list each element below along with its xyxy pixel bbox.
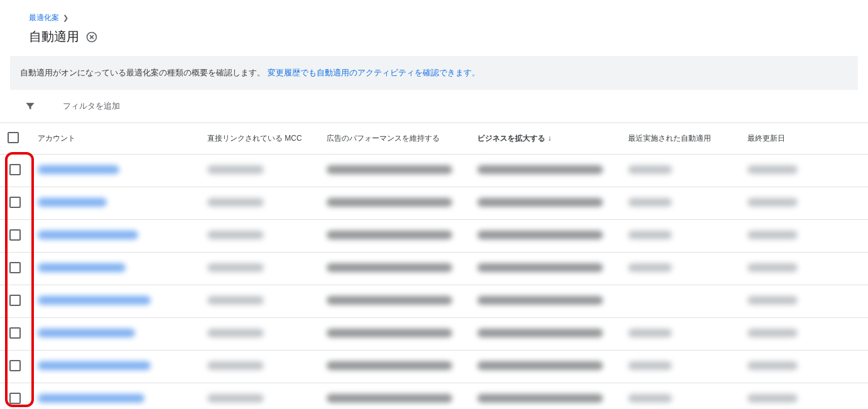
table-row [0,220,868,253]
breadcrumb: 最適化案 ❯ [29,13,853,23]
account-link[interactable] [38,361,151,370]
perf-cell [327,361,452,370]
select-all-checkbox[interactable] [8,132,19,143]
recent-cell [628,263,672,272]
updated-cell [747,231,798,239]
grow-cell [477,263,603,272]
updated-cell [747,165,798,174]
page-title: 自動適用 [29,28,79,45]
recent-cell [628,231,672,239]
perf-cell [327,329,452,337]
table-row [0,285,868,318]
table-row [0,155,868,187]
row-checkbox[interactable] [9,327,21,339]
updated-cell [747,361,798,370]
updated-cell [747,263,798,272]
header-grow[interactable]: ビジネスを拡大する↓ [470,123,621,155]
info-banner: 自動適用がオンになっている最適化案の種類の概要を確認します。 変更履歴でも自動適… [10,56,858,90]
info-link[interactable]: 変更履歴でも自動適用のアクティビティを確認できます。 [268,68,480,77]
row-checkbox[interactable] [9,164,21,175]
info-text: 自動適用がオンになっている最適化案の種類の概要を確認します。 [20,68,265,77]
updated-cell [747,329,798,337]
table-row [0,351,868,383]
add-filter-button[interactable]: フィルタを追加 [63,101,120,112]
row-checkbox[interactable] [9,295,21,306]
account-link[interactable] [38,263,126,272]
filter-bar: フィルタを追加 [0,90,868,123]
header-recent[interactable]: 最近実施された自動適用 [621,123,740,155]
grow-cell [477,394,603,403]
header-perf[interactable]: 広告のパフォーマンスを維持する [319,123,470,155]
mcc-cell [207,296,264,305]
mcc-cell [207,263,264,272]
table-body [0,155,868,410]
grow-cell [477,231,603,239]
page-header: 最適化案 ❯ 自動適用 [0,0,868,56]
grow-cell [477,296,603,305]
header-checkbox-cell [0,123,30,155]
header-grow-label: ビジネスを拡大する [477,134,545,143]
table-row [0,253,868,285]
table-row [0,318,868,351]
sort-arrow-down-icon: ↓ [548,134,551,143]
account-link[interactable] [38,394,144,403]
row-checkbox[interactable] [9,393,21,404]
updated-cell [747,198,798,207]
mcc-cell [207,231,264,239]
grow-cell [477,361,603,370]
filter-icon[interactable] [23,99,38,114]
perf-cell [327,231,452,239]
grow-cell [477,198,603,207]
row-checkbox[interactable] [9,360,21,371]
breadcrumb-parent-link[interactable]: 最適化案 [29,13,59,23]
header-account[interactable]: アカウント [30,123,200,155]
perf-cell [327,296,452,305]
chevron-right-icon: ❯ [63,14,68,22]
header-mcc[interactable]: 直接リンクされている MCC [200,123,319,155]
account-link[interactable] [38,231,138,239]
page-container: 最適化案 ❯ 自動適用 自動適用がオンになっている最適化案の種類の概要を確認しま… [0,0,868,409]
row-checkbox[interactable] [9,197,21,208]
updated-cell [747,394,798,403]
title-bar: 自動適用 [29,28,853,45]
header-updated[interactable]: 最終更新日 [740,123,868,155]
mcc-cell [207,394,264,403]
grow-cell [477,329,603,337]
account-link[interactable] [38,198,107,207]
perf-cell [327,165,452,174]
perf-cell [327,263,452,272]
row-checkbox[interactable] [9,229,21,241]
recent-cell [628,361,672,370]
accounts-table: アカウント 直接リンクされている MCC 広告のパフォーマンスを維持する ビジネ… [0,123,868,409]
row-checkbox[interactable] [9,262,21,273]
table-header: アカウント 直接リンクされている MCC 広告のパフォーマンスを維持する ビジネ… [0,123,868,155]
account-link[interactable] [38,296,151,305]
account-link[interactable] [38,329,135,337]
recent-cell [628,329,672,337]
recent-cell [628,394,672,403]
grow-cell [477,165,603,174]
mcc-cell [207,361,264,370]
table-row [0,383,868,410]
recent-cell [628,165,672,174]
mcc-cell [207,329,264,337]
perf-cell [327,198,452,207]
mcc-cell [207,165,264,174]
close-icon[interactable] [85,31,98,43]
recent-cell [628,198,672,207]
perf-cell [327,394,452,403]
account-link[interactable] [38,165,119,174]
mcc-cell [207,198,264,207]
updated-cell [747,296,798,305]
table-row [0,187,868,220]
